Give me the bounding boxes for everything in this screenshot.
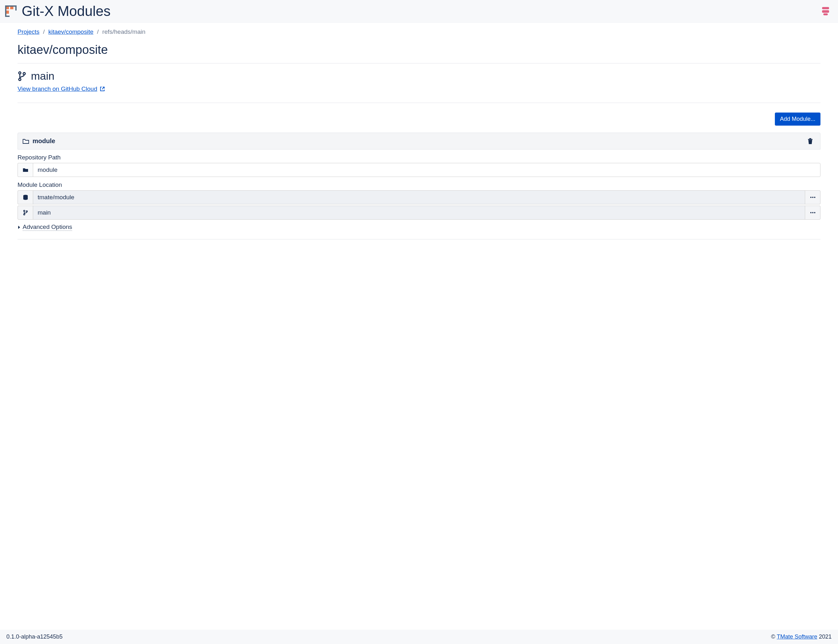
module-location-label: Module Location — [18, 181, 820, 189]
advanced-options-toggle[interactable]: Advanced Options — [18, 223, 72, 231]
svg-point-19 — [812, 212, 813, 213]
branch-name: main — [31, 70, 54, 82]
git-branch-icon — [23, 210, 28, 215]
actions-row: Add Module... — [18, 113, 820, 126]
svg-point-6 — [19, 72, 21, 74]
module-card: module Repository Path Module Location — [18, 133, 820, 240]
git-branch-icon — [18, 71, 26, 81]
trash-icon — [807, 138, 813, 145]
divider — [18, 239, 820, 240]
breadcrumb-current: refs/heads/main — [102, 28, 145, 35]
delete-module-button[interactable] — [807, 138, 813, 145]
footer: 0.1.0-alpha-a12545b5 © TMate Software 20… — [0, 630, 838, 644]
divider — [18, 63, 820, 64]
svg-point-18 — [810, 212, 812, 213]
module-location-repo-row — [18, 191, 820, 204]
external-link-icon — [100, 86, 105, 92]
breadcrumb: Projects / kitaev/composite / refs/heads… — [18, 28, 820, 35]
view-branch-label: View branch on GitHub Cloud — [18, 85, 97, 92]
view-branch-link[interactable]: View branch on GitHub Cloud — [18, 85, 105, 92]
repository-path-input[interactable] — [33, 163, 820, 177]
svg-point-13 — [812, 197, 813, 198]
page-title: kitaev/composite — [18, 43, 820, 57]
svg-rect-5 — [823, 13, 828, 15]
module-name: module — [33, 137, 55, 145]
database-icon — [23, 194, 28, 200]
brand[interactable]: Git-X Modules — [5, 3, 111, 19]
divider — [18, 103, 820, 103]
folder-outline-icon — [22, 138, 30, 145]
app-title: Git-X Modules — [22, 3, 111, 19]
add-module-button[interactable]: Add Module... — [775, 113, 820, 126]
avatar-icon — [820, 5, 831, 17]
breadcrumb-link-projects[interactable]: Projects — [18, 28, 39, 35]
svg-point-8 — [23, 72, 25, 75]
module-location-repo-input[interactable] — [33, 191, 805, 204]
folder-solid-icon — [23, 168, 28, 172]
module-location-repo-picker[interactable] — [805, 191, 820, 204]
triangle-right-icon — [18, 225, 21, 229]
breadcrumb-link-repo[interactable]: kitaev/composite — [48, 28, 94, 35]
branch-heading: main — [18, 70, 820, 82]
version-label: 0.1.0-alpha-a12545b5 — [7, 634, 62, 640]
database-prefix — [18, 191, 33, 204]
svg-rect-10 — [809, 138, 811, 139]
branch-prefix — [18, 205, 33, 220]
svg-point-14 — [814, 197, 815, 198]
svg-point-15 — [24, 210, 25, 212]
repository-path-label: Repository Path — [18, 154, 820, 161]
copyright: © TMate Software 2021 — [771, 634, 831, 640]
main-content: Projects / kitaev/composite / refs/heads… — [0, 23, 838, 630]
module-header: module — [18, 133, 820, 150]
top-bar: Git-X Modules — [0, 0, 838, 23]
advanced-options-label: Advanced Options — [23, 223, 72, 231]
ellipsis-icon — [810, 212, 816, 214]
svg-rect-3 — [822, 7, 829, 9]
svg-point-7 — [19, 78, 21, 80]
svg-rect-4 — [822, 10, 829, 13]
module-location-branch-picker[interactable] — [805, 205, 820, 220]
svg-point-16 — [24, 214, 25, 215]
app-logo-icon — [5, 5, 17, 18]
breadcrumb-separator: / — [97, 28, 99, 35]
breadcrumb-separator: / — [43, 28, 44, 35]
folder-prefix — [18, 163, 33, 177]
module-location-branch-input[interactable] — [33, 205, 805, 220]
company-link[interactable]: TMate Software — [777, 634, 817, 640]
module-location-branch-row — [18, 205, 820, 220]
user-avatar[interactable] — [820, 5, 831, 17]
svg-rect-9 — [808, 139, 812, 140]
svg-point-12 — [810, 197, 812, 198]
ellipsis-icon — [810, 196, 816, 198]
svg-point-20 — [814, 212, 815, 213]
svg-point-17 — [26, 211, 28, 212]
repository-path-row — [18, 163, 820, 177]
